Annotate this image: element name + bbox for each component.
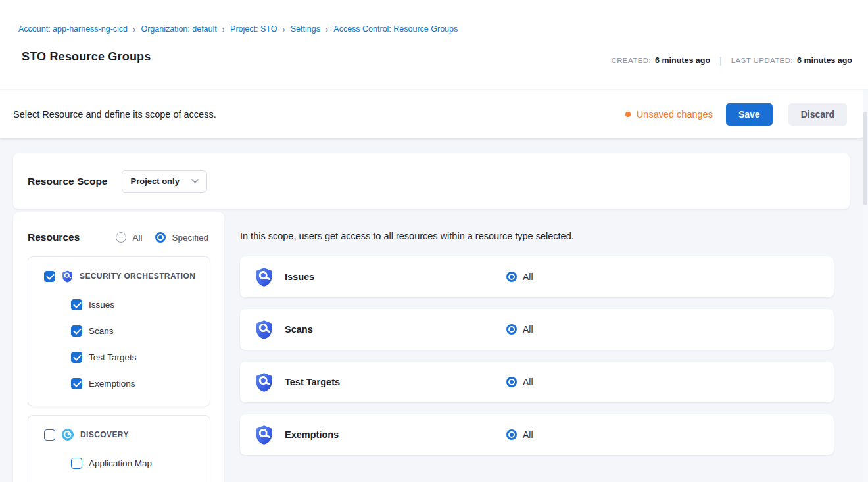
divider: | <box>717 55 725 66</box>
item-label: Test Targets <box>89 352 137 362</box>
shield-search-icon <box>62 270 73 283</box>
page-title: STO Resource Groups <box>22 50 151 64</box>
resource-group-security-orchestration: SECURITY ORCHESTRATION Issues Scans Test… <box>28 256 210 406</box>
radio-option-specified[interactable]: Specified <box>155 232 208 243</box>
shield-search-icon <box>255 267 273 287</box>
chevron-down-icon <box>191 179 199 183</box>
resource-row-scans: Scans All <box>240 309 834 350</box>
resource-scope-label: Resource Scope <box>28 176 107 187</box>
breadcrumb-settings-link[interactable]: Settings <box>291 24 320 34</box>
resources-title: Resources <box>28 231 80 243</box>
shield-search-icon <box>255 320 273 340</box>
checkbox-issues[interactable] <box>71 299 82 310</box>
page-header: Account: app-harness-ng-cicd › Organizat… <box>0 0 868 89</box>
resource-scope-card: Resource Scope Project only <box>13 153 850 209</box>
discovery-icon <box>62 429 74 441</box>
unsaved-changes-status: Unsaved changes <box>625 109 713 120</box>
resource-row-exemptions: Exemptions All <box>240 414 834 455</box>
group-label: SECURITY ORCHESTRATION <box>80 272 195 281</box>
last-updated-value: 6 minutes ago <box>797 56 852 65</box>
breadcrumb-organization-link[interactable]: Organization: default <box>141 24 216 34</box>
resource-group-discovery: DISCOVERY Application Map <box>28 415 210 482</box>
unsaved-changes-label: Unsaved changes <box>637 109 713 120</box>
radio-access-all[interactable] <box>506 324 517 335</box>
shield-search-icon <box>255 372 273 393</box>
checkbox-test-targets[interactable] <box>71 352 82 363</box>
resource-item-exemptions[interactable]: Exemptions <box>28 370 210 397</box>
chevron-right-icon: › <box>277 25 290 34</box>
resource-scope-selected-value: Project only <box>130 176 179 186</box>
resource-row-name: Scans <box>285 324 506 335</box>
checkbox-exemptions[interactable] <box>71 378 82 389</box>
checkbox-scans[interactable] <box>71 325 82 337</box>
access-radio-option-all[interactable]: All <box>506 272 533 282</box>
group-label: DISCOVERY <box>80 430 129 439</box>
resources-mode-radios: All Specified <box>116 232 208 243</box>
resource-row-name: Exemptions <box>285 429 506 440</box>
resource-item-scans[interactable]: Scans <box>28 318 210 344</box>
checkbox-security-orchestration[interactable] <box>44 271 55 282</box>
resource-row-name: Test Targets <box>285 377 506 387</box>
radio-all-label: All <box>132 233 142 243</box>
chevron-right-icon: › <box>217 25 230 34</box>
access-radio-option-all[interactable]: All <box>506 429 533 440</box>
scrollbar-thumb[interactable] <box>863 112 867 205</box>
created-label: CREATED: <box>612 57 652 64</box>
radio-specified[interactable] <box>155 232 166 243</box>
resource-item-test-targets[interactable]: Test Targets <box>28 344 210 370</box>
last-updated-label: LAST UPDATED: <box>731 57 793 64</box>
resource-row-name: Issues <box>285 272 506 282</box>
resource-item-application-map[interactable]: Application Map <box>28 450 210 476</box>
checkbox-application-map[interactable] <box>71 458 82 469</box>
breadcrumb-resource-groups-link[interactable]: Access Control: Resource Groups <box>333 24 458 34</box>
access-radio-option-all[interactable]: All <box>506 324 533 335</box>
breadcrumb-account-link[interactable]: Account: app-harness-ng-cicd <box>18 24 128 34</box>
access-radio-option-all[interactable]: All <box>506 377 533 387</box>
chevron-right-icon: › <box>320 25 333 34</box>
radio-all[interactable] <box>116 232 126 243</box>
unsaved-dot-icon <box>625 112 631 117</box>
item-label: Application Map <box>89 458 152 468</box>
resource-row-issues: Issues All <box>240 256 834 297</box>
access-all-label: All <box>523 377 533 387</box>
scrollbar-track[interactable] <box>863 90 868 482</box>
checkbox-discovery[interactable] <box>44 429 55 441</box>
action-toolbar: Select Resource and define its scope of … <box>0 90 865 138</box>
resource-item-issues[interactable]: Issues <box>28 291 210 318</box>
access-all-label: All <box>523 272 533 282</box>
radio-access-all[interactable] <box>506 377 517 387</box>
radio-access-all[interactable] <box>506 272 517 282</box>
chevron-right-icon: › <box>128 25 141 34</box>
radio-option-all[interactable]: All <box>116 232 142 243</box>
breadcrumb: Account: app-harness-ng-cicd › Organizat… <box>18 24 458 34</box>
radio-specified-label: Specified <box>172 233 208 243</box>
save-button[interactable]: Save <box>726 103 773 126</box>
radio-access-all[interactable] <box>506 429 517 440</box>
access-all-label: All <box>523 429 533 440</box>
scope-description: In this scope, users get access to all r… <box>240 231 574 241</box>
discard-button[interactable]: Discard <box>788 103 847 126</box>
resources-panel: Resources All Specified SECURITY ORCHEST… <box>13 212 224 482</box>
item-label: Scans <box>89 326 114 336</box>
access-all-label: All <box>523 324 533 335</box>
resource-row-test-targets: Test Targets All <box>240 362 834 402</box>
created-value: 6 minutes ago <box>655 56 710 65</box>
item-label: Exemptions <box>89 379 135 389</box>
breadcrumb-project-link[interactable]: Project: STO <box>230 24 277 34</box>
resource-scope-dropdown[interactable]: Project only <box>122 170 207 193</box>
shield-search-icon <box>255 425 273 445</box>
toolbar-description: Select Resource and define its scope of … <box>13 109 216 120</box>
item-label: Issues <box>89 300 114 310</box>
timestamps: CREATED: 6 minutes ago | LAST UPDATED: 6… <box>612 55 852 66</box>
resource-rows: Issues All Scans All Test Targets All Ex… <box>240 256 834 467</box>
